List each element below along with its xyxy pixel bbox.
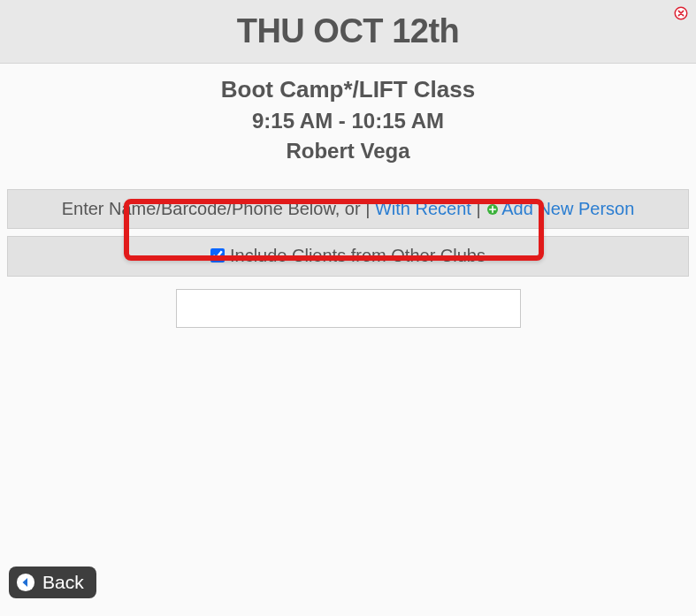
date-title: THU OCT 12th — [9, 12, 687, 50]
include-clients-row: Include Clients from Other Clubs — [7, 236, 689, 278]
include-clients-label[interactable]: Include Clients from Other Clubs — [210, 246, 486, 266]
include-clients-checkbox[interactable] — [210, 248, 225, 262]
with-recent-link[interactable]: With Recent — [375, 199, 471, 218]
back-button-label: Back — [42, 572, 84, 593]
back-button[interactable]: Back — [9, 567, 96, 598]
include-clients-text: Include Clients from Other Clubs — [230, 246, 486, 266]
class-time: 9:15 AM - 10:15 AM — [9, 107, 687, 135]
add-new-person-link[interactable]: Add New Person — [501, 199, 634, 218]
class-header: Boot Camp*/LIFT Class 9:15 AM - 10:15 AM… — [0, 64, 696, 182]
close-icon[interactable] — [673, 5, 689, 21]
search-input-wrap — [0, 289, 696, 328]
class-name: Boot Camp*/LIFT Class — [9, 74, 687, 105]
back-arrow-icon — [16, 573, 35, 592]
search-prompt-row: Enter Name/Barcode/Phone Below, or | Wit… — [7, 189, 689, 229]
plus-icon — [486, 202, 500, 217]
class-instructor: Robert Vega — [9, 137, 687, 165]
search-input[interactable] — [176, 289, 521, 328]
separator: | — [476, 199, 486, 218]
search-prompt-text: Enter Name/Barcode/Phone Below, or — [62, 199, 361, 218]
separator: | — [365, 199, 375, 218]
header-bar: THU OCT 12th — [0, 0, 696, 64]
